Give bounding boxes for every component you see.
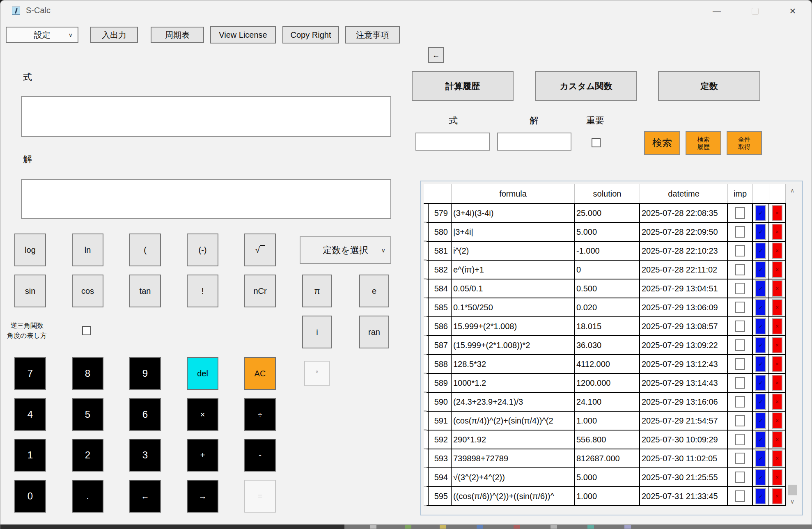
ln-button[interactable]: ln	[72, 234, 103, 266]
delete-key[interactable]: del	[187, 357, 218, 390]
key-7[interactable]: 7	[14, 357, 46, 390]
negate-button[interactable]: (-)	[187, 234, 218, 266]
minus-key[interactable]: -	[244, 439, 276, 472]
important-checkbox[interactable]	[735, 302, 745, 313]
important-checkbox[interactable]	[735, 472, 745, 483]
delete-row-button[interactable]: ×	[772, 469, 782, 485]
apply-row-button[interactable]: ✓	[755, 243, 766, 259]
important-checkbox[interactable]	[735, 434, 745, 445]
search-button[interactable]: 検索	[644, 131, 680, 155]
multiply-key[interactable]: ×	[187, 398, 218, 431]
solution-display[interactable]	[21, 179, 391, 219]
key-0[interactable]: 0	[14, 480, 46, 513]
factorial-button[interactable]: !	[187, 275, 218, 307]
important-checkbox[interactable]	[735, 396, 745, 408]
key-2[interactable]: 2	[72, 439, 103, 472]
back-button[interactable]: ←	[428, 47, 444, 63]
delete-row-button[interactable]: ×	[772, 205, 782, 221]
sin-button[interactable]: sin	[14, 275, 46, 307]
delete-row-button[interactable]: ×	[772, 431, 782, 448]
delete-row-button[interactable]: ×	[772, 337, 782, 353]
important-checkbox[interactable]	[735, 321, 745, 332]
important-checkbox[interactable]	[735, 377, 745, 389]
apply-row-button[interactable]: ✓	[755, 469, 766, 485]
delete-row-button[interactable]: ×	[772, 450, 782, 467]
delete-row-button[interactable]: ×	[772, 243, 782, 259]
tan-button[interactable]: tan	[129, 275, 161, 307]
important-checkbox[interactable]	[735, 207, 745, 219]
tab-calc-history[interactable]: 計算履歴	[412, 71, 514, 101]
important-checkbox[interactable]	[735, 453, 745, 464]
plus-key[interactable]: +	[187, 439, 218, 472]
apply-row-button[interactable]: ✓	[755, 318, 766, 334]
maximize-button[interactable]	[745, 3, 764, 19]
scroll-up-icon[interactable]: ∧	[786, 185, 798, 196]
open-paren-button[interactable]: (	[129, 234, 161, 266]
key-6[interactable]: 6	[129, 398, 161, 431]
key-9[interactable]: 9	[129, 357, 161, 390]
apply-row-button[interactable]: ✓	[755, 224, 766, 240]
scroll-down-icon[interactable]: ∨	[786, 496, 798, 507]
apply-row-button[interactable]: ✓	[755, 205, 766, 221]
key-8[interactable]: 8	[72, 357, 103, 390]
equals-key[interactable]: =	[244, 480, 276, 513]
fetch-all-button[interactable]: 全件 取得	[727, 131, 762, 155]
search-history-button[interactable]: 検索 履歴	[686, 131, 721, 155]
decimal-key[interactable]: .	[72, 480, 103, 513]
apply-row-button[interactable]: ✓	[755, 337, 766, 353]
key-3[interactable]: 3	[129, 439, 161, 472]
degree-key[interactable]: °	[304, 361, 330, 386]
delete-row-button[interactable]: ×	[772, 318, 782, 334]
search-important-checkbox[interactable]	[592, 138, 601, 147]
all-clear-key[interactable]: AC	[244, 357, 276, 390]
apply-row-button[interactable]: ✓	[755, 280, 766, 297]
search-formula-input[interactable]	[415, 133, 490, 151]
apply-row-button[interactable]: ✓	[755, 299, 766, 316]
settings-dropdown[interactable]: 設定 ∨	[6, 27, 78, 43]
i-button[interactable]: i	[302, 316, 332, 348]
cos-button[interactable]: cos	[72, 275, 103, 307]
log-button[interactable]: log	[14, 234, 46, 266]
key-1[interactable]: 1	[14, 439, 46, 472]
apply-row-button[interactable]: ✓	[755, 488, 766, 504]
ncr-button[interactable]: nCr	[244, 275, 276, 307]
cursor-left-key[interactable]: ←	[129, 480, 161, 513]
notes-button[interactable]: 注意事項	[345, 26, 400, 44]
delete-row-button[interactable]: ×	[772, 375, 782, 391]
apply-row-button[interactable]: ✓	[755, 261, 766, 278]
tab-constants[interactable]: 定数	[658, 71, 760, 101]
view-license-button[interactable]: View License	[210, 26, 276, 44]
important-checkbox[interactable]	[735, 226, 745, 238]
key-5[interactable]: 5	[72, 398, 103, 431]
important-checkbox[interactable]	[735, 358, 745, 370]
copyright-button[interactable]: Copy Right	[282, 26, 339, 44]
close-button[interactable]: ✕	[783, 3, 802, 19]
bottom-scroll-thumb[interactable]	[0, 524, 344, 529]
ran-button[interactable]: ran	[359, 316, 389, 348]
table-scrollbar[interactable]: ∧ ∨	[786, 184, 798, 507]
delete-row-button[interactable]: ×	[772, 261, 782, 278]
important-checkbox[interactable]	[735, 245, 745, 256]
delete-row-button[interactable]: ×	[772, 394, 782, 410]
pi-button[interactable]: π	[302, 275, 332, 307]
tab-custom-functions[interactable]: カスタム関数	[535, 71, 637, 101]
search-solution-input[interactable]	[497, 133, 571, 151]
delete-row-button[interactable]: ×	[772, 412, 782, 429]
divide-key[interactable]: ÷	[244, 398, 276, 431]
minimize-button[interactable]: —	[707, 3, 726, 19]
important-checkbox[interactable]	[735, 339, 745, 351]
apply-row-button[interactable]: ✓	[755, 394, 766, 410]
sqrt-button[interactable]: √	[244, 234, 276, 266]
scrollbar-thumb[interactable]	[788, 485, 797, 495]
cursor-right-key[interactable]: →	[187, 480, 218, 513]
io-button[interactable]: 入出力	[90, 27, 138, 43]
important-checkbox[interactable]	[735, 415, 745, 426]
apply-row-button[interactable]: ✓	[755, 375, 766, 391]
important-checkbox[interactable]	[735, 283, 745, 294]
e-button[interactable]: e	[359, 275, 389, 307]
apply-row-button[interactable]: ✓	[755, 412, 766, 429]
formula-display[interactable]	[21, 96, 391, 137]
inverse-trig-checkbox[interactable]	[82, 326, 91, 335]
delete-row-button[interactable]: ×	[772, 299, 782, 316]
important-checkbox[interactable]	[735, 264, 745, 275]
